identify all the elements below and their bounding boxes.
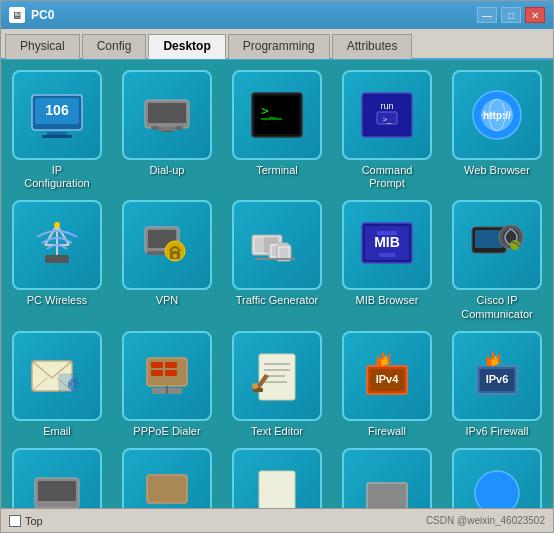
firewall-svg: IPv4 xyxy=(357,346,417,406)
icon-r5-svg xyxy=(467,463,527,508)
email-icon-box[interactable]: @ @ xyxy=(12,331,102,421)
tab-config[interactable]: Config xyxy=(82,34,147,59)
terminal-icon-box[interactable]: >_ xyxy=(232,70,322,160)
mib-browser-icon-box[interactable]: MIB xyxy=(342,200,432,290)
svg-rect-64 xyxy=(151,362,163,368)
pc-wireless-icon-box[interactable] xyxy=(12,200,102,290)
icon-r3[interactable] xyxy=(227,448,327,508)
web-browser-icon-box[interactable]: http:// xyxy=(452,70,542,160)
icon-text-editor[interactable]: Text Editor xyxy=(227,331,327,438)
mib-browser-svg: MIB xyxy=(357,215,417,275)
window-title: PC0 xyxy=(31,8,54,22)
web-browser-label: Web Browser xyxy=(464,164,530,177)
ipv6-firewall-svg: IPv6 xyxy=(467,346,527,406)
bottom-left: Top xyxy=(9,515,43,527)
svg-point-88 xyxy=(475,471,519,508)
svg-point-9 xyxy=(175,126,183,130)
icon-traffic-generator[interactable]: Traffic Generator xyxy=(227,200,327,320)
icon-r1[interactable] xyxy=(7,448,107,508)
svg-rect-67 xyxy=(165,370,177,376)
pppoe-dialer-icon-box[interactable] xyxy=(122,331,212,421)
pc-wireless-svg xyxy=(27,215,87,275)
tab-bar: Physical Config Desktop Programming Attr… xyxy=(1,29,553,60)
pc-wireless-label: PC Wireless xyxy=(27,294,88,307)
icon-firewall[interactable]: IPv4 Firewall xyxy=(337,331,437,438)
icon-r5[interactable] xyxy=(447,448,547,508)
vpn-svg xyxy=(137,215,197,275)
text-editor-svg xyxy=(247,346,307,406)
ipv6-firewall-icon-box[interactable]: IPv6 xyxy=(452,331,542,421)
icon-r1-svg xyxy=(27,463,87,508)
email-label: Email xyxy=(43,425,71,438)
svg-rect-4 xyxy=(42,135,72,138)
icon-r3-box[interactable] xyxy=(232,448,322,508)
icon-ipv6-firewall[interactable]: IPv6 IPv6 Firewall xyxy=(447,331,547,438)
icon-terminal[interactable]: >_ Terminal xyxy=(227,70,327,190)
icon-web-browser[interactable]: http:// Web Browser xyxy=(447,70,547,190)
svg-rect-10 xyxy=(159,127,175,131)
svg-text:106: 106 xyxy=(45,102,69,118)
svg-line-26 xyxy=(45,225,57,245)
ip-configuration-svg: 106 xyxy=(27,85,87,145)
icon-r4-box[interactable] xyxy=(342,448,432,508)
svg-rect-6 xyxy=(148,103,186,123)
dialup-icon-box[interactable] xyxy=(122,70,212,160)
svg-rect-48 xyxy=(377,231,397,235)
tab-physical[interactable]: Physical xyxy=(5,34,80,59)
top-checkbox[interactable] xyxy=(9,515,21,527)
ip-configuration-icon-box[interactable]: 106 xyxy=(12,70,102,160)
icon-cisco-ip-communicator[interactable]: Cisco IPCommunicator xyxy=(447,200,547,320)
window-icon: 🖥 xyxy=(9,7,25,23)
svg-rect-49 xyxy=(379,253,395,257)
svg-rect-87 xyxy=(367,483,407,508)
traffic-generator-label: Traffic Generator xyxy=(236,294,319,307)
icon-pppoe-dialer[interactable]: PPPoE Dialer xyxy=(117,331,217,438)
firewall-icon-box[interactable]: IPv4 xyxy=(342,331,432,421)
svg-text:>_: >_ xyxy=(382,115,392,124)
content-area: 106 IPConfiguration xyxy=(1,60,553,508)
svg-rect-86 xyxy=(259,471,295,508)
terminal-svg: >_ xyxy=(247,85,307,145)
close-button[interactable]: ✕ xyxy=(525,7,545,23)
minimize-button[interactable]: — xyxy=(477,7,497,23)
icon-r4[interactable] xyxy=(337,448,437,508)
cisco-ip-communicator-label: Cisco IPCommunicator xyxy=(461,294,533,320)
tab-programming[interactable]: Programming xyxy=(228,34,330,59)
ipv6-firewall-label: IPv6 Firewall xyxy=(466,425,529,438)
traffic-generator-icon-box[interactable] xyxy=(232,200,322,290)
email-svg: @ @ xyxy=(27,346,87,406)
svg-point-7 xyxy=(151,126,159,130)
tab-attributes[interactable]: Attributes xyxy=(332,34,413,59)
command-prompt-icon-box[interactable]: run >_ xyxy=(342,70,432,160)
icon-email[interactable]: @ @ Email xyxy=(7,331,107,438)
text-editor-icon-box[interactable] xyxy=(232,331,322,421)
icon-r1-box[interactable] xyxy=(12,448,102,508)
cisco-ip-communicator-icon-box[interactable] xyxy=(452,200,542,290)
title-controls: — □ ✕ xyxy=(477,7,545,23)
dialup-label: Dial-up xyxy=(150,164,185,177)
svg-rect-30 xyxy=(45,255,69,263)
vpn-label: VPN xyxy=(156,294,179,307)
pppoe-dialer-svg xyxy=(137,346,197,406)
dialup-svg xyxy=(137,85,197,145)
icons-grid: 106 IPConfiguration xyxy=(11,70,543,508)
icon-ip-configuration[interactable]: 106 IPConfiguration xyxy=(7,70,107,190)
maximize-button[interactable]: □ xyxy=(501,7,521,23)
window: 🖥 PC0 — □ ✕ Physical Config Desktop Prog… xyxy=(0,0,554,533)
command-prompt-label: CommandPrompt xyxy=(362,164,413,190)
svg-point-76 xyxy=(252,383,258,389)
tab-desktop[interactable]: Desktop xyxy=(148,34,225,59)
icon-r5-box[interactable] xyxy=(452,448,542,508)
icon-command-prompt[interactable]: run >_ CommandPrompt xyxy=(337,70,437,190)
desktop-area: 106 IPConfiguration xyxy=(1,60,553,508)
icon-r2[interactable] xyxy=(117,448,217,508)
icon-pc-wireless[interactable]: PC Wireless xyxy=(7,200,107,320)
svg-text:IPv4: IPv4 xyxy=(376,373,400,385)
icon-r2-box[interactable] xyxy=(122,448,212,508)
icon-vpn[interactable]: VPN xyxy=(117,200,217,320)
title-bar: 🖥 PC0 — □ ✕ xyxy=(1,1,553,29)
svg-text:run: run xyxy=(380,101,393,111)
icon-mib-browser[interactable]: MIB MIB Browser xyxy=(337,200,437,320)
vpn-icon-box[interactable] xyxy=(122,200,212,290)
icon-dialup[interactable]: Dial-up xyxy=(117,70,217,190)
